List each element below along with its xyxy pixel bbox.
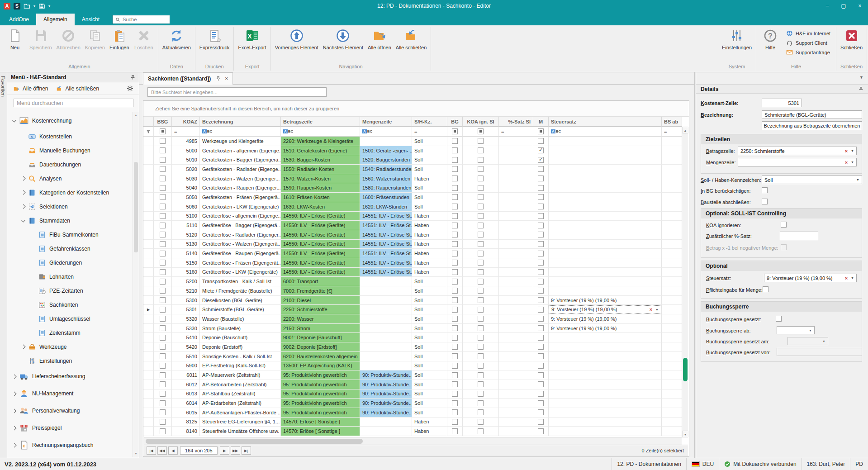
cell-bg[interactable] [447,249,463,258]
cell-m[interactable] [533,342,549,352]
cell-koaz[interactable]: 5010 [172,155,200,165]
cell-shkz[interactable]: Haben [412,230,447,240]
cell-satz[interactable] [499,146,533,156]
cell-betragszeile[interactable]: 95: Produktivlohn gewerblich [281,370,360,380]
cell-mengenzeile[interactable]: 90: Produktiv-Stunde... [360,408,412,418]
sidebar-item-werkzeuge[interactable]: Werkzeuge [7,340,133,354]
nav-barprev-button[interactable]: |◀ [147,446,156,455]
bg-checkbox[interactable] [452,241,458,247]
cell-mengenzeile[interactable]: 90: Produktiv-Stunde... [360,389,412,399]
sidebar-item-selektionen[interactable]: Selektionen [7,199,133,214]
cell-satz[interactable] [499,380,533,389]
bsg-checkbox[interactable] [160,176,166,181]
cell-bsg[interactable] [154,399,172,408]
cell-bsg[interactable] [154,286,172,296]
cell-m[interactable] [533,380,549,389]
open-all-button[interactable]: Alle öffnen [13,85,48,92]
bg-checkbox[interactable] [452,251,458,256]
cell-satz[interactable] [499,342,533,352]
cell-steuersatz[interactable] [549,165,662,174]
cell-shkz[interactable]: Soll [412,155,447,165]
cell-mengenzeile[interactable] [360,352,412,361]
cell-koa[interactable] [463,183,499,193]
cell-m[interactable] [533,249,549,258]
tab-allgemein[interactable]: Allgemein [36,14,75,25]
cell-shkz[interactable]: Soll [412,370,447,380]
cell-m[interactable] [533,286,549,296]
cell-satz[interactable] [499,314,533,324]
cell-koaz[interactable]: 6014 [172,399,200,408]
m-checkbox[interactable] [538,344,544,350]
m-checkbox[interactable] [538,325,544,331]
cell-koaz[interactable]: 5040 [172,183,200,193]
cell-satz[interactable] [499,165,533,174]
cell-bsg[interactable] [154,352,172,361]
bsg-checkbox[interactable] [160,419,166,425]
bsg-checkbox[interactable] [160,381,166,387]
cell-bezeichnung[interactable]: Gerätekosten - LKW (Eigengeräte) [200,202,281,212]
cell-mengenzeile[interactable]: 14551: ILV - Erlöse St... [360,240,412,249]
n-chstes-element-button[interactable]: Nächstes Element [321,27,365,52]
sidebar-item-nu-management[interactable]: NU-Management [7,385,133,402]
cell-shkz[interactable]: Haben [412,258,447,268]
bg-checkbox[interactable] [452,213,458,219]
cell-satz[interactable] [499,240,533,249]
table-row-5030[interactable]: 5030Gerätekosten - Walzen (Eigenger...15… [143,174,689,184]
koa-checkbox[interactable] [478,232,484,237]
cell-bezeichnung[interactable]: Geräteerlöse - Walzen (Eigengerä... [200,240,281,249]
cell-bg[interactable] [447,389,463,399]
cell-mengenzeile[interactable]: 14551: ILV - Erlöse St... [360,221,412,230]
cell-mengenzeile[interactable]: 1520: Baggerstunden [360,155,412,165]
cell-bsab[interactable] [662,240,682,249]
h-f-im-internet-link[interactable]: H&F im Internet [786,30,830,37]
cell-bezeichnung[interactable]: Wasser (Baustelle) [200,314,281,324]
cell-m[interactable] [533,305,549,314]
cell-koaz[interactable]: 5200 [172,277,200,286]
cell-steuersatz[interactable] [549,342,662,352]
table-row-6015[interactable]: 6015AP-Außenanlagen-Pflaster-Borde ...95… [143,408,689,418]
bg-checkbox[interactable] [452,428,458,434]
cell-bsg[interactable] [154,361,172,371]
gear-icon[interactable] [127,85,133,92]
m-checkbox[interactable] [538,409,544,415]
cell-shkz[interactable]: Haben [412,268,447,277]
cell-mengenzeile[interactable] [360,137,412,146]
cell-bg[interactable] [447,296,463,305]
cell-koa[interactable] [463,230,499,240]
m-checkbox[interactable] [538,428,544,434]
cell-steuersatz[interactable] [549,333,662,342]
m-checkbox[interactable] [538,363,544,369]
cell-satz[interactable] [499,193,533,202]
cell-satz[interactable] [499,230,533,240]
cell-bg[interactable] [447,305,463,314]
table-row-5300[interactable]: 5300Dieselkosten (BGL-Geräte)2100: Diese… [143,296,689,305]
cell-betragszeile[interactable]: 14550: ILV - Erlöse (Geräte) [281,249,360,258]
sidebar-item-gefahrenklassen[interactable]: Gefahrenklassen [7,242,133,256]
soll-haben-combo[interactable]: Soll ▼ [762,176,862,184]
cell-bsg[interactable] [154,418,172,427]
filter-checkbox[interactable] [452,128,458,134]
cell-bezeichnung[interactable]: AP-Betonarbeiten (Zeitstrahl) [200,380,281,389]
app-s-logo-icon[interactable]: S [14,3,20,9]
sidebar-item-personalverwaltung[interactable]: Personalverwaltung [7,402,133,419]
cell-bezeichnung[interactable]: Geräteerlöse - Radlader (Eigenger... [200,230,281,240]
cell-bsab[interactable] [662,408,682,418]
bg-checkbox[interactable] [452,400,458,406]
cell-bg[interactable] [447,427,463,436]
chevron-right-icon[interactable] [21,345,26,349]
table-row-8140[interactable]: 8140Steuerfreie Umsätze Offshore usw.145… [143,427,689,436]
cell-koaz[interactable]: 5140 [172,249,200,258]
cell-bsab[interactable] [662,418,682,427]
cell-betragszeile[interactable]: 1610: Fräsen-Kosten [281,193,360,202]
filter-equals-icon[interactable]: = [664,129,667,134]
close-tab-icon[interactable]: × [225,76,228,82]
cell-mengenzeile[interactable] [360,277,412,286]
bsg-checkbox[interactable] [160,241,166,247]
cell-betragszeile[interactable]: 95: Produktivlohn gewerblich [281,389,360,399]
cell-steuersatz[interactable] [549,258,662,268]
m-checkbox[interactable] [538,372,544,378]
cell-bsg[interactable] [154,380,172,389]
cell-bsab[interactable] [662,174,682,184]
table-row-5160[interactable]: 5160Geräteerlöse - LKW (Eigengeräte)1455… [143,268,689,277]
m-checkbox[interactable] [538,335,544,341]
